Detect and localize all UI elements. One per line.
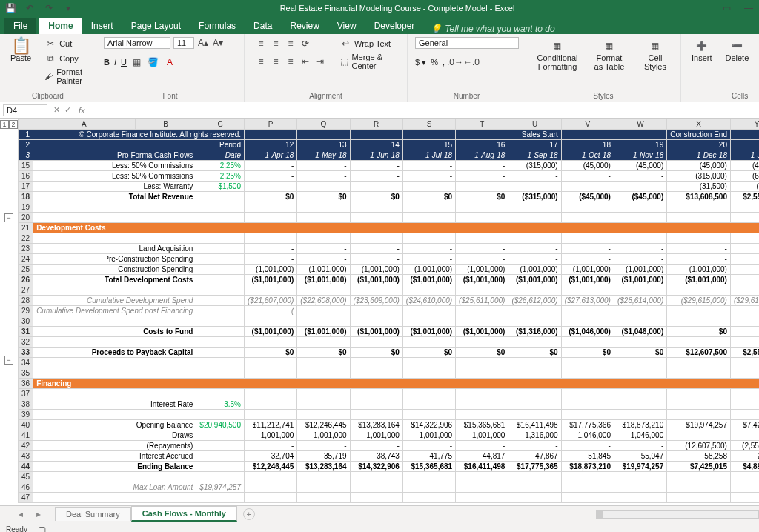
redo-icon[interactable]: ↷ (43, 2, 55, 14)
group-clipboard: 📋 Paste ✂Cut ⧉Copy 🖌Format Painter Clipb… (0, 34, 96, 102)
increase-font-icon[interactable]: A▴ (197, 37, 209, 49)
wrap-icon: ↩ (339, 38, 351, 50)
col-header-B[interactable]: B (135, 119, 196, 130)
wrap-text-button[interactable]: ↩Wrap Text (337, 37, 400, 50)
font-color-icon[interactable]: A (164, 56, 176, 68)
tab-developer[interactable]: Developer (365, 18, 424, 34)
col-header-C[interactable]: C (196, 119, 245, 130)
tab-insert[interactable]: Insert (82, 18, 122, 34)
fill-color-icon[interactable]: 🪣 (148, 56, 159, 68)
ribbon-options-icon[interactable]: ▭ (720, 2, 732, 14)
col-header-X[interactable]: X (667, 119, 731, 130)
title-bar: 💾 ↶ ↷ ▾ Real Estate Financial Modeling C… (0, 0, 759, 16)
col-header-P[interactable]: P (244, 119, 296, 130)
minimize-icon[interactable]: — (743, 2, 755, 14)
comma-button[interactable]: , (443, 58, 445, 67)
outline-level-2[interactable]: 2 (9, 120, 18, 129)
col-header-V[interactable]: V (561, 119, 614, 130)
undo-icon[interactable]: ↶ (24, 2, 36, 14)
enter-formula-icon[interactable]: ✓ (64, 105, 71, 115)
decrease-font-icon[interactable]: A▾ (212, 37, 224, 49)
outline-collapse-2[interactable]: − (4, 356, 13, 365)
scroll-thumb[interactable] (597, 511, 603, 518)
font-name-select[interactable]: Arial Narrow (104, 37, 170, 49)
table-icon: ▦ (603, 40, 615, 52)
tell-me[interactable]: 💡 Tell me what you want to do (431, 24, 554, 34)
col-header-R[interactable]: R (350, 119, 402, 130)
col-header-Q[interactable]: Q (297, 119, 350, 130)
group-label-font: Font (104, 90, 236, 100)
col-header-U[interactable]: U (508, 119, 561, 130)
align-bottom-icon[interactable]: ≡ (285, 38, 296, 50)
fx-icon[interactable]: fx (74, 106, 90, 115)
format-as-table-button[interactable]: ▦Format as Table (589, 37, 630, 74)
col-header-S[interactable]: S (402, 119, 455, 130)
decrease-indent-icon[interactable]: ⇤ (299, 56, 311, 67)
format-painter-button[interactable]: 🖌Format Painter (42, 67, 88, 86)
horizontal-scrollbar[interactable] (596, 510, 759, 519)
formula-bar[interactable] (90, 102, 759, 118)
name-box[interactable]: D4 (3, 104, 47, 116)
decrease-decimal-icon[interactable]: ←.0 (465, 56, 477, 68)
tab-review[interactable]: Review (281, 18, 328, 34)
tab-formulas[interactable]: Formulas (190, 18, 245, 34)
delete-cells-icon: ➖ (731, 40, 743, 52)
cell-styles-button[interactable]: ▦Cell Styles (637, 37, 673, 74)
qat-customize-icon[interactable]: ▾ (62, 2, 74, 14)
sheet-tabs: ◂ ▸ Deal Summary Cash Flows - Monthly + (0, 505, 759, 522)
col-header-T[interactable]: T (456, 119, 508, 130)
spreadsheet-grid[interactable]: ABCPQRSTUVWXYZAAABACAD 1© Corporate Fina… (18, 119, 759, 503)
tab-file[interactable]: File (4, 18, 36, 34)
window-controls: ▭ — (720, 2, 755, 14)
align-right-icon[interactable]: ≡ (285, 56, 296, 67)
copy-button[interactable]: ⧉Copy (42, 52, 88, 65)
tab-scroll-right-icon[interactable]: ▸ (33, 508, 44, 520)
merge-icon: ⬚ (339, 56, 348, 67)
align-center-icon[interactable]: ≡ (270, 56, 282, 67)
sheet-tab-deal-summary[interactable]: Deal Summary (55, 507, 131, 521)
number-format-select[interactable]: General (415, 37, 519, 49)
currency-button[interactable]: $ ▾ (415, 58, 426, 67)
insert-cells-icon: ➕ (696, 40, 708, 52)
tab-page-layout[interactable]: Page Layout (122, 18, 190, 34)
worksheet-area[interactable]: 1 2 − − ABCPQRSTUVWXYZAAABACAD 1© Corpor… (0, 119, 759, 505)
align-middle-icon[interactable]: ≡ (270, 38, 282, 50)
italic-button[interactable]: I (114, 58, 116, 67)
quick-access-toolbar: 💾 ↶ ↷ ▾ (4, 2, 74, 14)
underline-button[interactable]: U (121, 58, 127, 67)
increase-indent-icon[interactable]: ⇥ (314, 56, 326, 67)
outline-level-1[interactable]: 1 (0, 120, 9, 129)
percent-button[interactable]: % (431, 58, 438, 67)
tab-scroll-left-icon[interactable]: ◂ (15, 508, 27, 520)
cut-button[interactable]: ✂Cut (42, 37, 88, 50)
col-header-A[interactable]: A (33, 119, 136, 130)
bold-button[interactable]: B (104, 58, 110, 67)
increase-decimal-icon[interactable]: .0→ (449, 56, 461, 68)
sheet-tab-cash-flows[interactable]: Cash Flows - Monthly (131, 506, 237, 522)
macro-record-icon[interactable]: ▢ (36, 524, 48, 533)
tab-view[interactable]: View (328, 18, 365, 34)
window-title: Real Estate Financial Modeling Course - … (74, 4, 720, 13)
col-header-Y[interactable]: Y (730, 119, 759, 130)
merge-center-button[interactable]: ⬚Merge & Center (337, 52, 400, 71)
insert-cells-button[interactable]: ➕Insert (689, 37, 715, 65)
align-left-icon[interactable]: ≡ (255, 56, 267, 67)
outline-collapse-1[interactable]: − (4, 213, 13, 222)
tab-home[interactable]: Home (39, 18, 82, 34)
col-header-W[interactable]: W (614, 119, 666, 130)
align-top-icon[interactable]: ≡ (255, 38, 267, 50)
cell-styles-icon: ▦ (649, 40, 661, 52)
group-font: Arial Narrow 11 A▴ A▾ B I U ▦ 🪣 A Font (96, 34, 245, 102)
tab-data[interactable]: Data (245, 18, 281, 34)
paste-button[interactable]: 📋 Paste (7, 37, 34, 65)
font-size-select[interactable]: 11 (173, 37, 194, 49)
borders-icon[interactable]: ▦ (131, 56, 143, 68)
orientation-icon[interactable]: ⟳ (299, 38, 311, 50)
save-icon[interactable]: 💾 (4, 2, 16, 14)
cancel-formula-icon[interactable]: ✕ (53, 105, 60, 115)
group-styles: ▦Conditional Formatting ▦Format as Table… (526, 34, 681, 102)
delete-cells-button[interactable]: ➖Delete (723, 37, 752, 65)
conditional-formatting-button[interactable]: ▦Conditional Formatting (534, 37, 581, 74)
new-sheet-button[interactable]: + (243, 508, 255, 520)
group-label-clipboard: Clipboard (7, 90, 88, 100)
